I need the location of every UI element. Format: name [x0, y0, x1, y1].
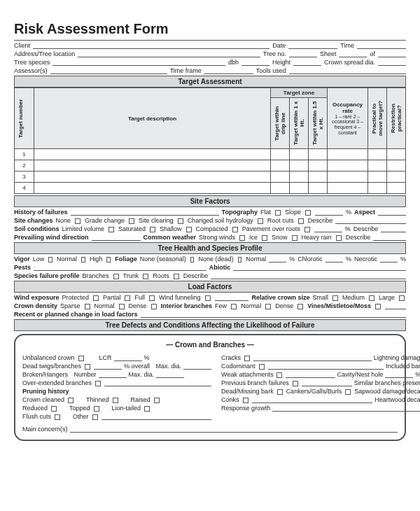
overext-checkbox[interactable] [95, 381, 101, 386]
strong-checkbox[interactable] [239, 235, 245, 241]
pave-checkbox[interactable] [304, 227, 310, 232]
chlorotic-field[interactable] [326, 255, 343, 262]
vigor-low-checkbox[interactable] [48, 257, 52, 262]
none-checkbox[interactable] [75, 218, 80, 224]
grade-checkbox[interactable] [129, 218, 134, 224]
slope-checkbox[interactable] [305, 210, 311, 216]
soil-pct-field[interactable] [314, 225, 342, 232]
compact-checkbox[interactable] [232, 227, 238, 232]
weak-checkbox[interactable] [276, 372, 282, 378]
funnel-field[interactable] [215, 294, 249, 301]
codom-checkbox[interactable] [259, 364, 265, 370]
codom-field[interactable] [268, 363, 384, 370]
cankers-checkbox[interactable] [345, 389, 351, 395]
medium-checkbox[interactable] [369, 295, 374, 301]
cracks-field[interactable] [253, 354, 372, 361]
timeframe-field[interactable] [204, 67, 253, 74]
reduced-checkbox[interactable] [51, 406, 57, 412]
weak-field[interactable] [286, 371, 335, 378]
aspect-field[interactable] [378, 209, 406, 216]
heavy-checkbox[interactable] [336, 235, 342, 241]
large-checkbox[interactable] [399, 295, 405, 301]
partial-checkbox[interactable] [125, 295, 130, 301]
fail-branches-checkbox[interactable] [113, 274, 119, 279]
date-field[interactable] [288, 42, 337, 49]
spread-field[interactable] [378, 59, 406, 66]
deadtwigs-pct-field[interactable] [94, 363, 122, 370]
fail-trunk-checkbox[interactable] [143, 274, 148, 279]
sheet-field[interactable] [339, 50, 367, 57]
prevfail-field[interactable] [302, 379, 352, 386]
deadmiss-checkbox[interactable] [277, 389, 283, 395]
slope-pct-field[interactable] [315, 209, 343, 216]
overext-field[interactable] [104, 379, 211, 386]
lion-checkbox[interactable] [144, 406, 150, 412]
pests-field[interactable] [34, 264, 206, 271]
dbh-field[interactable] [241, 59, 270, 66]
speciesfail-desc-field[interactable] [211, 272, 406, 279]
cracks-checkbox[interactable] [244, 356, 250, 361]
small-checkbox[interactable] [332, 295, 338, 301]
species-field[interactable] [52, 59, 225, 66]
limvol-checkbox[interactable] [108, 227, 114, 232]
conks-field[interactable] [252, 396, 373, 403]
response-field[interactable] [272, 405, 420, 412]
treeno-field[interactable] [289, 50, 317, 57]
time-field[interactable] [357, 42, 406, 49]
other-field[interactable] [102, 413, 212, 420]
soil-desc-field[interactable] [381, 225, 406, 232]
rootcuts-checkbox[interactable] [298, 218, 304, 224]
sitechange-desc-field[interactable] [335, 217, 406, 224]
vigor-high-checkbox[interactable] [106, 257, 111, 262]
snow-checkbox[interactable] [292, 235, 298, 241]
unbal-checkbox[interactable] [78, 356, 84, 361]
broken-dia-field[interactable] [156, 371, 184, 378]
necrotic-field[interactable] [380, 255, 398, 262]
raised-checkbox[interactable] [154, 398, 160, 403]
client-field[interactable] [33, 42, 270, 49]
of-field[interactable] [378, 50, 406, 57]
dense-checkbox[interactable] [151, 304, 157, 309]
table-row[interactable]: 4 [15, 183, 406, 194]
deadtwigs-checkbox[interactable] [85, 364, 90, 370]
shallow-checkbox[interactable] [186, 227, 192, 232]
full-checkbox[interactable] [149, 295, 155, 301]
int-normal-checkbox[interactable] [265, 304, 271, 309]
wind-field[interactable] [92, 234, 141, 241]
recent-field[interactable] [141, 311, 406, 318]
protected-checkbox[interactable] [93, 295, 99, 301]
lcr-field[interactable] [114, 354, 142, 361]
sparse-checkbox[interactable] [85, 304, 90, 309]
table-row[interactable]: 2 [15, 160, 406, 172]
funnel-checkbox[interactable] [205, 295, 211, 301]
topped-checkbox[interactable] [94, 406, 99, 412]
other-checkbox[interactable] [92, 414, 98, 420]
flush-checkbox[interactable] [55, 414, 60, 420]
vines-checkbox[interactable] [375, 304, 381, 309]
broken-num-field[interactable] [99, 371, 127, 378]
assessor-field[interactable] [50, 67, 167, 74]
tools-field[interactable] [289, 67, 406, 74]
mainconcern-field[interactable] [70, 426, 398, 433]
foliage-none-dead-checkbox[interactable] [238, 257, 242, 262]
conks-checkbox[interactable] [243, 398, 248, 403]
table-row[interactable]: 1 [15, 149, 406, 160]
vigor-normal-checkbox[interactable] [81, 257, 85, 262]
hist-fail-field[interactable] [71, 209, 219, 216]
abiotic-field[interactable] [233, 264, 406, 271]
prevfail-checkbox[interactable] [293, 381, 298, 386]
flat-checkbox[interactable] [275, 210, 281, 216]
ice-checkbox[interactable] [262, 235, 267, 241]
table-row[interactable]: 3 [15, 172, 406, 183]
fail-roots-checkbox[interactable] [174, 274, 179, 279]
den-normal-checkbox[interactable] [119, 304, 125, 309]
address-field[interactable] [78, 50, 260, 57]
vines-field[interactable] [385, 302, 406, 309]
few-checkbox[interactable] [231, 304, 237, 309]
foliage-norm-field[interactable] [269, 255, 286, 262]
deadtwigs-dia-field[interactable] [183, 363, 211, 370]
crownclean-checkbox[interactable] [68, 398, 74, 403]
weather-desc-field[interactable] [373, 234, 406, 241]
thinned-checkbox[interactable] [113, 398, 118, 403]
foliage-none-season-checkbox[interactable] [190, 257, 195, 262]
